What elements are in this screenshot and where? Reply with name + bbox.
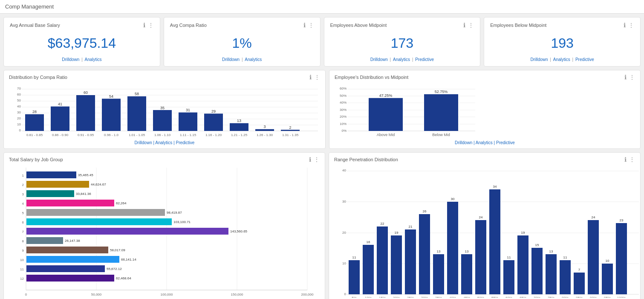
- svg-text:35%: 35%: [435, 296, 442, 298]
- svg-text:35,465.45: 35,465.45: [78, 173, 93, 177]
- svg-text:0.81 - 0.85: 0.81 - 0.85: [26, 133, 43, 137]
- kpi-above-midpoint: Employees Above Midpoint ℹ ⋮ 173 Drilldo…: [324, 17, 481, 67]
- bar-compa-1: [25, 114, 44, 131]
- chart-salary-job-group: Total Salary by Job Group ℹ ⋮ 0 50,000 1…: [3, 152, 325, 299]
- info-icon-compa[interactable]: ℹ: [309, 74, 312, 81]
- hbar-1: [26, 171, 76, 178]
- range-penetration-chart: 40 30 20 10 0 11 5%: [334, 165, 641, 298]
- more-icon-compa[interactable]: ⋮: [314, 74, 320, 81]
- bar-compa-6: [153, 110, 172, 131]
- range-bar-5: [405, 229, 416, 294]
- svg-text:35: 35: [160, 106, 165, 110]
- svg-text:2: 2: [289, 125, 291, 130]
- svg-text:11: 11: [352, 255, 356, 259]
- bar-compa-4: [102, 99, 121, 131]
- kpi-header-3: Employees Above Midpoint ℹ ⋮: [330, 22, 474, 29]
- svg-text:26: 26: [423, 209, 427, 213]
- info-icon-salary[interactable]: ℹ: [309, 156, 311, 163]
- dist-chart-header: Employee's Distribution vs Midpoint ℹ ⋮: [335, 74, 635, 81]
- analytics-compa[interactable]: Analytics: [155, 140, 172, 145]
- range-bar-18: [588, 220, 599, 294]
- svg-text:10%: 10%: [365, 296, 372, 298]
- more-icon-1[interactable]: ⋮: [148, 22, 154, 29]
- kpi-title-3: Employees Above Midpoint: [330, 23, 387, 28]
- svg-text:90%: 90%: [590, 296, 597, 298]
- svg-text:60: 60: [84, 90, 88, 95]
- predictive-dist[interactable]: Predictive: [496, 140, 515, 145]
- range-bar-16: [560, 260, 571, 294]
- predictive-link-3[interactable]: Predictive: [415, 57, 434, 62]
- svg-text:1.31 - 1.35: 1.31 - 1.35: [282, 133, 299, 137]
- drilldown-link-2[interactable]: Drilldown: [222, 57, 240, 62]
- more-icon-2[interactable]: ⋮: [308, 22, 314, 29]
- svg-text:103,100.71: 103,100.71: [173, 220, 191, 224]
- info-icon-4[interactable]: ℹ: [624, 22, 626, 29]
- svg-text:30: 30: [342, 200, 346, 203]
- svg-text:0.91 - 0.95: 0.91 - 0.95: [78, 133, 94, 137]
- kpi-value-2: 1%: [170, 31, 314, 55]
- hbar-7: [26, 228, 228, 235]
- analytics-dist[interactable]: Analytics: [476, 140, 493, 145]
- svg-text:28: 28: [32, 110, 37, 114]
- kpi-below-midpoint: Employees Below Midpoint ℹ ⋮ 193 Drilldo…: [484, 17, 641, 67]
- svg-text:52.75%: 52.75%: [435, 90, 448, 94]
- kpi-row: Avg Annual Base Salary ℹ ⋮ $63,975.14 Dr…: [3, 17, 641, 67]
- analytics-link-3[interactable]: Analytics: [393, 57, 410, 62]
- hbar-6: [26, 218, 172, 225]
- svg-text:11: 11: [563, 255, 567, 259]
- svg-text:40: 40: [17, 105, 21, 108]
- analytics-link-1[interactable]: Analytics: [85, 57, 102, 62]
- kpi-footer-1: Drilldown | Analytics: [10, 57, 154, 62]
- svg-text:30: 30: [451, 197, 455, 201]
- analytics-link-4[interactable]: Analytics: [553, 57, 570, 62]
- more-icon-dist[interactable]: ⋮: [629, 74, 635, 81]
- range-bar-9: [461, 254, 472, 294]
- drilldown-link-1[interactable]: Drilldown: [62, 57, 79, 62]
- svg-text:3: 3: [22, 192, 24, 196]
- kpi-title-2: Avg Compa Ratio: [170, 23, 207, 28]
- more-icon-4[interactable]: ⋮: [628, 22, 634, 29]
- svg-text:13: 13: [437, 250, 441, 253]
- dashboard: Avg Annual Base Salary ℹ ⋮ $63,975.14 Dr…: [0, 14, 644, 299]
- predictive-link-4[interactable]: Predictive: [575, 57, 594, 62]
- svg-text:30%: 30%: [340, 108, 347, 112]
- svg-text:1.01 - 1.05: 1.01 - 1.05: [129, 133, 145, 137]
- chart-compa-ratio: Distribution by Compa Ratio ℹ ⋮ 70 60 50…: [3, 70, 326, 149]
- hbar-5: [26, 209, 165, 216]
- hbar-8: [26, 237, 63, 244]
- info-icon-2[interactable]: ℹ: [303, 22, 306, 29]
- info-icon-3[interactable]: ℹ: [463, 22, 465, 29]
- range-bar-14: [531, 248, 543, 294]
- drilldown-link-3[interactable]: Drilldown: [370, 57, 388, 62]
- more-icon-range[interactable]: ⋮: [629, 156, 635, 163]
- info-icon-range[interactable]: ℹ: [624, 156, 627, 163]
- kpi-avg-compa-ratio: Avg Compa Ratio ℹ ⋮ 1% Drilldown | Analy…: [164, 17, 321, 67]
- range-chart-title: Range Penetration Distribution: [334, 157, 398, 162]
- svg-text:50,000: 50,000: [91, 293, 102, 296]
- svg-text:150,000: 150,000: [231, 293, 243, 296]
- range-chart-header: Range Penetration Distribution ℹ ⋮: [334, 156, 635, 163]
- more-icon-salary[interactable]: ⋮: [314, 156, 320, 163]
- drilldown-link-4[interactable]: Drilldown: [530, 57, 548, 62]
- svg-text:29: 29: [211, 109, 216, 113]
- predictive-compa[interactable]: Predictive: [176, 140, 195, 145]
- svg-text:62,468.64: 62,468.64: [116, 276, 131, 280]
- svg-text:6: 6: [22, 221, 24, 224]
- chart-dist-vs-midpoint: Employee's Distribution vs Midpoint ℹ ⋮ …: [329, 70, 641, 149]
- svg-text:55,672.12: 55,672.12: [107, 267, 122, 271]
- svg-text:66,141.14: 66,141.14: [121, 258, 136, 261]
- info-icon-dist[interactable]: ℹ: [624, 74, 627, 81]
- svg-text:20%: 20%: [393, 296, 400, 298]
- svg-text:11: 11: [507, 255, 511, 259]
- info-icon-1[interactable]: ℹ: [143, 22, 145, 29]
- svg-text:7: 7: [22, 230, 24, 234]
- analytics-link-2[interactable]: Analytics: [245, 57, 262, 62]
- svg-text:1: 1: [22, 174, 24, 177]
- more-icon-3[interactable]: ⋮: [468, 22, 474, 29]
- drilldown-dist[interactable]: Drilldown: [455, 140, 472, 145]
- kpi-header-4: Employees Below Midpoint ℹ ⋮: [490, 22, 634, 29]
- range-bar-1: [349, 260, 360, 294]
- svg-text:20%: 20%: [340, 115, 347, 119]
- hbar-3: [26, 190, 74, 197]
- drilldown-compa[interactable]: Drilldown: [135, 140, 152, 145]
